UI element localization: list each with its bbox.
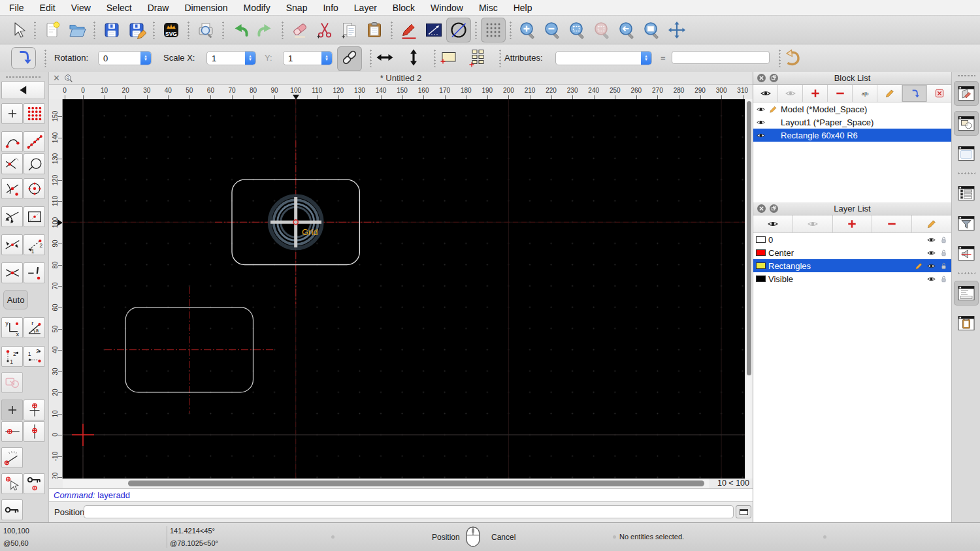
menu-dimension[interactable]: Dimension: [184, 3, 227, 13]
svg-export-button[interactable]: SVG: [159, 18, 184, 42]
snap-corner-1-button[interactable]: 12: [1, 346, 23, 367]
print-preview-button[interactable]: [193, 18, 218, 42]
dock-entity-list-button[interactable]: [954, 181, 979, 206]
add-block-button[interactable]: [803, 85, 828, 102]
snap-nothing-button[interactable]: [24, 262, 45, 283]
dock-library-browser-button[interactable]: [954, 111, 979, 136]
open-document-button[interactable]: [65, 18, 90, 42]
menu-draw[interactable]: Draw: [148, 3, 169, 13]
menu-snap[interactable]: Snap: [286, 3, 308, 13]
vertical-scrollbar[interactable]: [745, 99, 753, 479]
close-panel-icon[interactable]: [757, 74, 766, 82]
layer-list-item[interactable]: Visible: [753, 272, 951, 285]
snap-reference-button[interactable]: [24, 206, 45, 227]
dock-preview-button[interactable]: [954, 141, 979, 166]
selection-restriction-button[interactable]: [1, 372, 23, 393]
float-panel-icon[interactable]: [770, 204, 778, 213]
block-list-item[interactable]: Rectangle 60x40 R6: [753, 129, 951, 142]
zoom-previous-button[interactable]: [590, 18, 615, 42]
drawing-canvas[interactable]: Grid: [63, 99, 745, 479]
draw-circle-button[interactable]: [446, 18, 471, 42]
snap-intersection-manual-button[interactable]: [1, 234, 23, 255]
toggle-grid-button[interactable]: [481, 18, 506, 42]
zoom-back-button[interactable]: [615, 18, 640, 42]
reset-button[interactable]: [780, 46, 805, 71]
hide-all-blocks-button[interactable]: [778, 85, 803, 102]
close-panel-icon[interactable]: [757, 204, 766, 213]
menu-file[interactable]: File: [9, 3, 24, 13]
layer-list-item[interactable]: Rectangles: [753, 259, 951, 272]
menu-select[interactable]: Select: [106, 3, 132, 13]
select-pointer-button[interactable]: [5, 18, 30, 42]
menu-help[interactable]: Help: [514, 3, 532, 13]
zoom-out-button[interactable]: [540, 18, 565, 42]
insert-order-button[interactable]: [11, 47, 36, 69]
vertical-scroll-thumb[interactable]: [747, 101, 751, 375]
snap-center-button[interactable]: [24, 178, 45, 199]
keep-proportions-button[interactable]: [337, 46, 362, 71]
snap-middle-button[interactable]: [1, 178, 23, 199]
save-document-as-button[interactable]: [124, 18, 149, 42]
menu-misc[interactable]: Misc: [479, 3, 498, 13]
restrict-angle-button[interactable]: [1, 447, 23, 468]
stepper-icon[interactable]: ▲▼: [321, 52, 332, 65]
layer-list-item[interactable]: 0: [753, 233, 951, 246]
command-input[interactable]: [84, 505, 734, 518]
rotation-input[interactable]: 0▲▼: [98, 51, 152, 65]
zoom-pan-button[interactable]: [664, 18, 689, 42]
dock-clipboard-button[interactable]: [954, 311, 979, 336]
menu-layer[interactable]: Layer: [354, 3, 377, 13]
relative-zero-locked-button[interactable]: [1, 499, 23, 520]
menu-modify[interactable]: Modify: [244, 3, 270, 13]
snap-endpoints-button[interactable]: [1, 131, 23, 152]
draw-line-button[interactable]: [421, 18, 446, 42]
rename-block-button[interactable]: a|b: [853, 85, 877, 102]
horizontal-scroll-thumb[interactable]: [128, 480, 704, 486]
restrict-horizontal-button[interactable]: [1, 421, 23, 442]
float-panel-icon[interactable]: [770, 74, 778, 82]
delete-entities-button[interactable]: [287, 18, 312, 42]
restrict-orthogonal-button[interactable]: [24, 400, 45, 420]
show-all-blocks-button[interactable]: [753, 85, 778, 102]
set-relative-zero-button[interactable]: [1, 473, 23, 494]
save-document-button[interactable]: [99, 18, 124, 42]
paste-button[interactable]: [362, 18, 387, 42]
lock-relative-zero-button[interactable]: [24, 473, 45, 494]
horizontal-scrollbar[interactable]: [63, 479, 709, 488]
options-back-button[interactable]: [1, 81, 45, 99]
purge-block-button[interactable]: [927, 85, 951, 102]
stepper-icon[interactable]: ▲▼: [140, 52, 151, 65]
restrict-vertical-button[interactable]: [24, 421, 45, 442]
coordinate-polar-button[interactable]: ra: [24, 317, 45, 338]
dock-selection-filter-button[interactable]: [954, 211, 979, 236]
block-list-item[interactable]: Layout1 (*Paper_Space): [753, 116, 951, 129]
menu-view[interactable]: View: [71, 3, 91, 13]
block-list-item[interactable]: Model (*Model_Space): [753, 102, 951, 116]
undo-button[interactable]: [228, 18, 253, 42]
remove-layer-button[interactable]: [872, 215, 912, 232]
scale-y-input[interactable]: 1▲▼: [283, 51, 333, 65]
redo-button[interactable]: [253, 18, 278, 42]
cut-button[interactable]: [312, 18, 337, 42]
stepper-icon[interactable]: ▲▼: [641, 52, 651, 65]
attributes-select[interactable]: ▲▼: [555, 51, 652, 65]
snap-on-entity-button[interactable]: [24, 131, 45, 152]
snap-corner-2-button[interactable]: 12: [24, 346, 45, 367]
scale-x-input[interactable]: 1▲▼: [206, 51, 256, 65]
snap-auto-button[interactable]: Auto: [3, 290, 28, 309]
draw-freehand-button[interactable]: [397, 18, 421, 42]
edit-layer-button[interactable]: [912, 215, 951, 232]
copy-button[interactable]: [337, 18, 362, 42]
snap-coordinate-button[interactable]: [1, 262, 23, 283]
attribute-value-field[interactable]: [672, 51, 770, 64]
snap-auto-button[interactable]: [1, 206, 23, 227]
stepper-icon[interactable]: ▲▼: [245, 52, 255, 65]
zoom-window-button[interactable]: [640, 18, 664, 42]
snap-entity-button[interactable]: [24, 153, 45, 174]
command-history[interactable]: Command: layeradd: [49, 488, 753, 502]
flip-horizontal-button[interactable]: [372, 46, 397, 71]
show-all-layers-button[interactable]: [753, 215, 793, 232]
menu-info[interactable]: Info: [323, 3, 338, 13]
snap-free-button[interactable]: [1, 103, 23, 124]
hide-all-layers-button[interactable]: [793, 215, 833, 232]
